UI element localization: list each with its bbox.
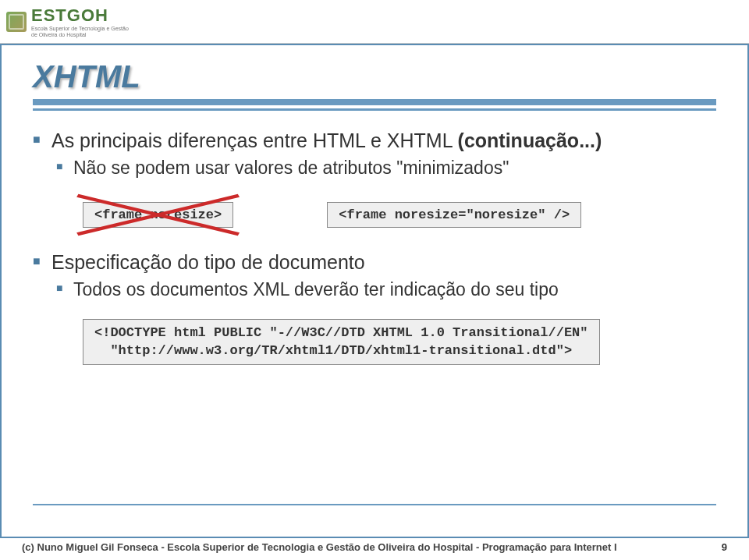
code-wrong: <frame noresize>: [83, 202, 233, 228]
title-underline: [33, 99, 716, 111]
body-content: As principais diferenças entre HTML e XH…: [33, 128, 716, 365]
page-title: XHTML: [33, 59, 140, 94]
page-number: 9: [722, 541, 727, 553]
logo-title: ESTGOH: [31, 5, 129, 26]
code-examples-row: <frame noresize> <frame noresize="noresi…: [83, 202, 716, 228]
footer-text: (c) Nuno Miguel Gil Fonseca - Escola Sup…: [22, 541, 617, 553]
bar-thin: [33, 108, 716, 111]
logo-icon: [6, 12, 27, 32]
bullet-list-1-sub: Não se podem usar valores de atributos "…: [51, 156, 716, 180]
intro-text-b: (continuação...): [458, 129, 602, 151]
bar-thick: [33, 99, 716, 105]
bullet-list-2: Especificação do tipo de documento Todos…: [33, 250, 716, 302]
bullet-list-1: As principais diferenças entre HTML e XH…: [33, 128, 716, 180]
bullet-list-2-sub: Todos os documentos XML deverão ter indi…: [51, 278, 716, 302]
doctype-code: <!DOCTYPE html PUBLIC "-//W3C//DTD XHTML…: [83, 319, 600, 366]
code-right: <frame noresize="noresize" />: [327, 202, 581, 228]
title-wrap: XHTML: [33, 59, 716, 94]
slide-content: XHTML As principais diferenças entre HTM…: [2, 45, 747, 537]
code-wrong-text: <frame noresize>: [94, 207, 222, 222]
code-right-text: <frame noresize="noresize" />: [339, 207, 570, 222]
logo-subtitle-2: de Oliveira do Hospital: [31, 32, 129, 38]
bullet-item-intro: As principais diferenças entre HTML e XH…: [33, 128, 716, 180]
app-header: ESTGOH Escola Superior de Tecnologia e G…: [0, 0, 749, 44]
spec-heading: Especificação do tipo de documento: [51, 251, 365, 273]
bullet-item-spec-sub: Todos os documentos XML deverão ter indi…: [56, 278, 716, 302]
bullet-item-minimized: Não se podem usar valores de atributos "…: [56, 156, 716, 180]
logo-subtitle-1: Escola Superior de Tecnologia e Gestão: [31, 26, 129, 32]
logo-text-block: ESTGOH Escola Superior de Tecnologia e G…: [31, 5, 129, 37]
intro-text-a: As principais diferenças entre HTML e XH…: [51, 129, 458, 151]
slide-frame: XHTML As principais diferenças entre HTM…: [0, 44, 749, 538]
bottom-separator: [33, 504, 716, 505]
slide-footer: (c) Nuno Miguel Gil Fonseca - Escola Sup…: [0, 538, 749, 560]
bullet-item-spec: Especificação do tipo de documento Todos…: [33, 250, 716, 302]
